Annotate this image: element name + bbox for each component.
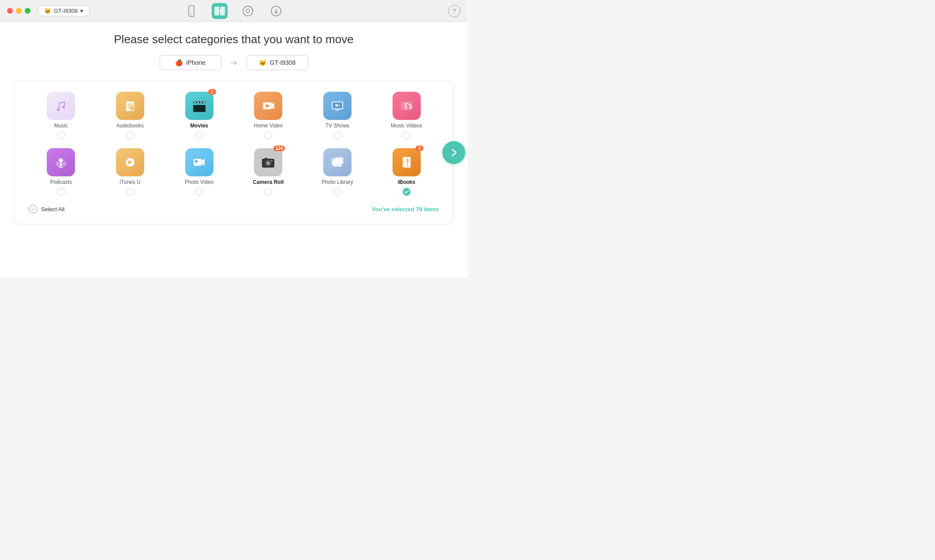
category-item-movies[interactable]: 1 Movies (167, 92, 232, 139)
icon-wrapper-musicvideos (393, 92, 421, 120)
help-button[interactable]: ? (448, 5, 460, 17)
radio-ibooks[interactable] (403, 188, 411, 196)
svg-rect-47 (406, 161, 409, 161)
target-device-label: GT-I9308 (270, 59, 295, 66)
category-label-movies: Movies (190, 123, 208, 129)
icon-wrapper-homevideo (254, 92, 282, 120)
category-item-photolibrary[interactable]: Photo Library (305, 148, 370, 196)
category-item-audiobooks[interactable]: Audiobooks (98, 92, 163, 139)
radio-audiobooks[interactable] (126, 131, 134, 139)
category-container: Music Audiobooks 1 Movies Home Video (14, 81, 453, 224)
icon-wrapper-itunesu (116, 148, 144, 176)
category-item-musicvideos[interactable]: Music Videos (374, 92, 439, 139)
next-button[interactable] (442, 141, 465, 164)
select-all-button[interactable]: − Select All (29, 205, 64, 213)
transfer-arrow-icon: ➜ (230, 57, 238, 68)
category-item-homevideo[interactable]: Home Video (236, 92, 301, 139)
main-content: Please select categories that you want t… (0, 22, 468, 277)
svg-rect-31 (194, 159, 202, 166)
source-device-label: iPhone (186, 59, 206, 66)
radio-photolibrary[interactable] (333, 188, 341, 196)
maximize-button[interactable] (25, 8, 30, 14)
titlebar: 🐱 GT-I9308 ▾ (0, 0, 468, 22)
bottom-row: − Select All You've selected 79 items (29, 205, 439, 213)
radio-movies[interactable] (195, 131, 203, 139)
radio-podcasts[interactable] (57, 188, 65, 196)
category-label-ibooks: iBooks (398, 179, 415, 185)
device-selector[interactable]: 🐱 GT-I9308 ▾ (37, 5, 90, 16)
traffic-lights (7, 8, 30, 14)
category-label-itunesu: iTunes U (120, 179, 141, 185)
svg-point-26 (59, 158, 63, 163)
radio-photovideo[interactable] (195, 188, 203, 196)
icon-wrapper-audiobooks (116, 92, 144, 120)
device-selector-label: GT-I9308 (54, 7, 78, 14)
android-target-icon: 🐱 (259, 59, 266, 66)
svg-point-39 (271, 160, 273, 161)
icon-wrapper-cameraroll: 124 (254, 148, 282, 176)
badge-ibooks: 3 (415, 146, 423, 151)
category-item-podcasts[interactable]: Podcasts (29, 148, 94, 196)
category-label-podcasts: Podcasts (50, 179, 72, 185)
category-item-photovideo[interactable]: Photo Video (167, 148, 232, 196)
category-item-itunesu[interactable]: iTunes U (98, 148, 163, 196)
icon-wrapper-photolibrary (323, 148, 352, 176)
minimize-button[interactable] (16, 8, 22, 14)
radio-music[interactable] (57, 131, 65, 139)
svg-rect-38 (265, 158, 267, 159)
category-label-musicvideos: Music Videos (391, 123, 422, 129)
radio-musicvideos[interactable] (403, 131, 411, 139)
target-device-box: 🐱 GT-I9308 (247, 55, 308, 70)
category-item-music[interactable]: Music (29, 92, 94, 139)
badge-cameraroll: 124 (273, 146, 285, 151)
svg-point-33 (195, 160, 198, 163)
svg-point-7 (57, 108, 60, 111)
radio-cameraroll[interactable] (264, 188, 272, 196)
svg-rect-24 (335, 110, 340, 111)
radio-tvshows[interactable] (333, 131, 341, 139)
category-item-tvshows[interactable]: TV Shows (305, 92, 370, 139)
svg-rect-17 (203, 102, 205, 103)
minus-icon: − (29, 205, 37, 213)
svg-rect-46 (406, 159, 409, 160)
select-all-label: Select All (41, 206, 64, 213)
svg-rect-27 (60, 163, 62, 166)
category-item-ibooks[interactable]: 3 iBooks (374, 148, 439, 196)
category-grid: Music Audiobooks 1 Movies Home Video (29, 92, 439, 196)
svg-point-8 (62, 106, 65, 108)
svg-rect-0 (189, 6, 194, 16)
nav-icons (183, 3, 284, 19)
svg-marker-19 (272, 102, 274, 109)
svg-marker-32 (202, 159, 205, 166)
svg-point-37 (267, 162, 269, 164)
apple-icon: 🍎 (175, 59, 183, 66)
icon-wrapper-ibooks: 3 (393, 148, 421, 176)
svg-rect-42 (335, 157, 344, 164)
icon-wrapper-music (47, 92, 75, 120)
svg-rect-14 (194, 102, 196, 103)
android-icon: 🐱 (44, 7, 51, 14)
category-label-cameraroll: Camera Roll (253, 179, 284, 185)
badge-movies: 1 (208, 89, 216, 95)
download-icon[interactable] (268, 3, 284, 19)
device-row: 🍎 iPhone ➜ 🐱 GT-I9308 (14, 55, 453, 70)
category-label-audiobooks: Audiobooks (116, 123, 144, 129)
source-device-box: 🍎 iPhone (160, 55, 221, 70)
page-title: Please select categories that you want t… (14, 33, 453, 46)
close-button[interactable] (7, 8, 13, 14)
radio-itunesu[interactable] (126, 188, 134, 196)
transfer-icon[interactable] (212, 3, 228, 19)
category-label-photolibrary: Photo Library (322, 179, 353, 185)
svg-rect-16 (200, 102, 202, 103)
phone-icon[interactable] (183, 3, 199, 19)
music-icon[interactable] (240, 3, 256, 19)
category-item-cameraroll[interactable]: 124 Camera Roll (236, 148, 301, 196)
category-label-music: Music (54, 123, 68, 129)
icon-wrapper-photovideo (185, 148, 213, 176)
svg-rect-13 (193, 105, 206, 112)
svg-point-5 (246, 9, 250, 13)
svg-rect-15 (197, 102, 199, 103)
category-label-tvshows: TV Shows (325, 123, 350, 129)
radio-homevideo[interactable] (264, 131, 272, 139)
icon-wrapper-podcasts (47, 148, 75, 176)
